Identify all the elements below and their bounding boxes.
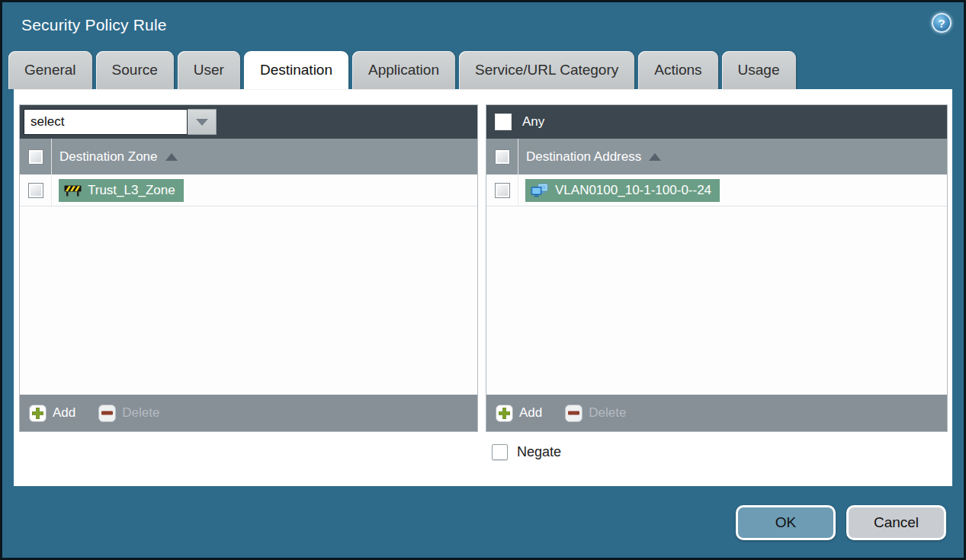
- address-row-label: VLAN0100_10-1-100-0--24: [555, 183, 711, 198]
- negate-option: Negate: [492, 444, 948, 460]
- chevron-down-icon: [196, 119, 208, 126]
- tab-application[interactable]: Application: [352, 51, 455, 89]
- sort-ascending-icon: [165, 153, 178, 161]
- zone-filter-dropdown-button[interactable]: [188, 109, 217, 135]
- tab-actions[interactable]: Actions: [638, 51, 717, 89]
- titlebar: Security Policy Rule ?: [2, 2, 964, 47]
- zone-row-checkbox[interactable]: [28, 183, 43, 198]
- address-add-label[interactable]: Add: [519, 405, 542, 421]
- tab-usage[interactable]: Usage: [722, 51, 796, 89]
- address-chip[interactable]: VLAN0100_10-1-100-0--24: [525, 179, 720, 202]
- zone-delete-label[interactable]: Delete: [122, 405, 159, 421]
- dialog-footer: OK Cancel: [2, 486, 964, 558]
- zone-list: Trust_L3_Zone: [20, 174, 477, 395]
- destination-zone-panel: Destination Zone: [19, 104, 478, 432]
- address-column-title: Destination Address: [526, 149, 641, 165]
- zone-header-check-cell: [20, 139, 52, 174]
- zone-panel-topbar: [20, 105, 477, 139]
- negate-checkbox[interactable]: [492, 444, 508, 460]
- zone-select-all-checkbox[interactable]: [28, 149, 43, 165]
- sort-ascending-icon: [649, 153, 661, 161]
- tab-content: Destination Zone: [14, 89, 952, 486]
- dialog-title: Security Policy Rule: [21, 16, 167, 34]
- tab-source[interactable]: Source: [96, 51, 174, 89]
- address-header-check-cell: [486, 139, 518, 174]
- cancel-button[interactable]: Cancel: [846, 505, 946, 540]
- tab-service-url-category[interactable]: Service/URL Category: [459, 51, 634, 89]
- minus-icon: [568, 411, 579, 415]
- zone-row-label: Trust_L3_Zone: [88, 183, 175, 198]
- address-add-button[interactable]: [496, 405, 513, 422]
- address-row-checkbox[interactable]: [495, 183, 510, 198]
- zone-column-header[interactable]: Destination Zone: [20, 139, 477, 174]
- zone-delete-button[interactable]: [98, 405, 116, 422]
- tab-user[interactable]: User: [178, 51, 240, 89]
- zone-filter-input[interactable]: [24, 109, 188, 135]
- network-icon: [531, 184, 549, 197]
- destination-address-panel: Any Destination Address: [486, 104, 948, 432]
- any-checkbox[interactable]: [495, 114, 512, 130]
- plus-icon: [32, 408, 43, 419]
- ok-button[interactable]: OK: [736, 505, 836, 540]
- panels: Destination Zone: [19, 104, 948, 432]
- address-row[interactable]: VLAN0100_10-1-100-0--24: [486, 174, 947, 206]
- zone-row[interactable]: Trust_L3_Zone: [20, 174, 477, 206]
- address-list: VLAN0100_10-1-100-0--24: [486, 174, 947, 395]
- address-panel-topbar: Any: [486, 105, 947, 139]
- address-select-all-checkbox[interactable]: [495, 149, 510, 165]
- zone-panel-footer: Add Delete: [20, 395, 477, 431]
- zone-add-label[interactable]: Add: [53, 405, 75, 421]
- zone-row-check-cell: [20, 174, 52, 206]
- address-delete-label[interactable]: Delete: [589, 405, 626, 421]
- plus-icon: [499, 408, 510, 419]
- negate-label: Negate: [517, 444, 561, 460]
- security-policy-rule-dialog: Security Policy Rule ? General Source Us…: [0, 0, 966, 560]
- zone-filter-combo: [24, 109, 217, 135]
- zone-icon: [64, 184, 82, 197]
- zone-chip[interactable]: Trust_L3_Zone: [59, 179, 184, 202]
- zone-column-title: Destination Zone: [59, 149, 158, 165]
- address-row-check-cell: [486, 174, 518, 206]
- tab-destination[interactable]: Destination: [244, 51, 348, 89]
- tab-bar: General Source User Destination Applicat…: [2, 47, 964, 89]
- address-delete-button[interactable]: [565, 405, 582, 422]
- any-option: Any: [490, 114, 544, 130]
- address-column-header[interactable]: Destination Address: [486, 139, 947, 174]
- address-panel-footer: Add Delete: [486, 395, 947, 431]
- any-label: Any: [522, 114, 544, 130]
- help-icon[interactable]: ?: [932, 13, 952, 33]
- tab-general[interactable]: General: [8, 51, 92, 89]
- zone-add-button[interactable]: [29, 405, 47, 422]
- minus-icon: [101, 411, 113, 415]
